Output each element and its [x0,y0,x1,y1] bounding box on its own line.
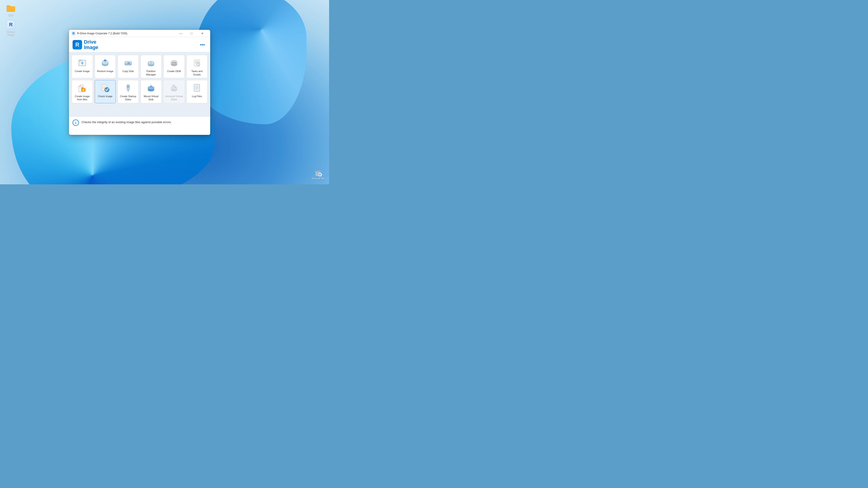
log-files-button[interactable]: Log Files [186,80,208,103]
svg-text:OEM: OEM [172,62,176,64]
svg-rect-26 [127,63,129,63]
create-oem-icon: OEM [168,57,180,68]
create-startup-disks-icon [123,83,133,93]
logo-text: Drive Image [84,39,98,50]
tasks-and-scripts-button[interactable]: Tasks and Scripts [186,55,208,78]
svg-text:R: R [319,173,321,176]
unmount-virtual-disks-button[interactable]: Unmount Virtual Disks [163,80,185,103]
svg-rect-5 [317,170,319,171]
desktop-icons: Stuff R R-Drive Image [0,0,22,40]
title-bar: R R-Drive Image Corporate 7.2 (Build 720… [69,30,210,37]
unmount-virtual-disks-label: Unmount Virtual Disks [165,95,183,101]
grid-row-1: Create Image Restore Image [72,55,208,78]
mount-virtual-disk-icon [146,83,156,93]
desktop-icon-rdrive-label: R-Drive Image [6,30,15,36]
restore-image-button[interactable]: Restore Image [95,55,116,78]
create-image-from-files-icon [77,83,88,93]
create-image-button[interactable]: Create Image [72,55,93,78]
close-button[interactable]: ✕ [197,30,208,37]
svg-rect-69 [194,84,199,92]
partition-manager-icon [146,57,156,68]
recycle-bin-icon: R [313,168,322,177]
folder-icon [6,4,16,13]
logo-image-text: Image [84,45,98,50]
mount-virtual-disk-button[interactable]: Mount Virtual Disk [141,80,162,103]
svg-rect-32 [151,62,154,64]
svg-rect-15 [79,60,81,61]
logo-r-letter: R [72,40,82,50]
title-bar-controls: — □ ✕ [176,30,208,37]
app-header: R Drive Image ••• [69,37,210,52]
create-oem-button[interactable]: OEM Create OEM [163,55,185,78]
create-image-icon [77,57,88,68]
log-files-label: Log Files [192,95,202,98]
tasks-and-scripts-label: Tasks and Scripts [191,70,203,76]
tasks-and-scripts-icon [191,57,202,68]
check-image-label: Check Image [98,95,113,98]
check-image-icon [100,83,111,93]
title-bar-app-icon: R [72,32,75,35]
create-image-from-files-button[interactable]: Create image from files [72,80,93,103]
partition-manager-label: Partition Manager [146,70,156,76]
info-bar: i Checks the integrity of an existing im… [69,117,210,135]
partition-manager-button[interactable]: Partition Manager [141,55,162,78]
create-startup-disks-button[interactable]: Create Startup Disks [118,80,139,103]
desktop-icon-stuff[interactable]: Stuff [3,3,19,18]
info-icon: i [72,120,79,126]
menu-dots-button[interactable]: ••• [198,41,207,48]
svg-rect-2 [6,6,15,11]
mount-virtual-disk-label: Mount Virtual Disk [144,95,158,101]
title-bar-text: R-Drive Image Corporate 7.2 (Build 7200) [77,32,176,35]
create-image-label: Create Image [74,70,90,73]
info-text: Checks the integrity of an existing imag… [82,120,172,125]
recycle-bin-label: Recycle Bin [311,177,324,180]
logo-drive-text: Drive [84,39,98,45]
log-files-icon [191,83,202,93]
copy-disk-label: Copy Disk [123,70,134,73]
create-image-from-files-label: Create image from files [75,95,90,101]
app-window: R R-Drive Image Corporate 7.2 (Build 720… [69,30,210,135]
app-content: Create Image Restore Image [69,52,210,117]
create-startup-disks-label: Create Startup Disks [120,95,136,101]
desktop-icon-stuff-label: Stuff [8,13,13,17]
copy-disk-icon [123,57,133,68]
svg-point-59 [128,86,129,86]
unmount-virtual-disks-icon [168,83,180,93]
restore-image-label: Restore Image [97,70,113,73]
svg-rect-57 [128,90,129,92]
app-logo: R Drive Image [72,39,98,50]
copy-disk-button[interactable]: Copy Disk [118,55,139,78]
svg-rect-47 [81,88,84,89]
svg-rect-31 [148,62,151,64]
desktop-icon-rdrive[interactable]: R R-Drive Image [3,19,19,37]
restore-image-icon [100,57,111,68]
grid-row-2: Create image from files Ch [72,80,208,103]
maximize-button[interactable]: □ [186,30,197,37]
svg-point-58 [127,86,128,86]
minimize-button[interactable]: — [176,30,186,37]
rdrive-icon: R [6,20,16,29]
check-image-button[interactable]: Check Image [95,80,116,103]
create-oem-label: Create OEM [167,70,181,73]
recycle-bin[interactable]: R Recycle Bin [311,168,324,180]
